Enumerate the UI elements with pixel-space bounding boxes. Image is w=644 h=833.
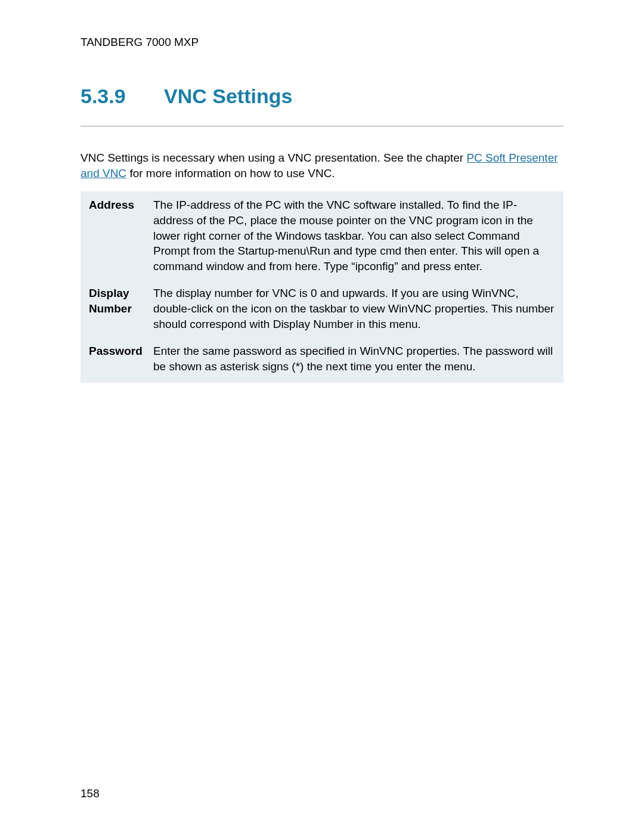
table-row: Display Number The display number for VN… bbox=[89, 286, 555, 332]
row-desc-display-number: The display number for VNC is 0 and upwa… bbox=[153, 286, 555, 332]
intro-text-after: for more information on how to use VNC. bbox=[126, 167, 335, 179]
running-header: TANDBERG 7000 MXP bbox=[80, 36, 564, 49]
row-label-address: Address bbox=[89, 197, 153, 274]
section-heading: 5.3.9VNC Settings bbox=[80, 85, 564, 108]
row-desc-address: The IP-address of the PC with the VNC so… bbox=[153, 197, 555, 274]
section-title: VNC Settings bbox=[164, 85, 292, 107]
settings-table: Address The IP-address of the PC with th… bbox=[80, 191, 564, 382]
table-row: Address The IP-address of the PC with th… bbox=[89, 197, 555, 274]
page-number: 158 bbox=[80, 787, 100, 800]
section-number: 5.3.9 bbox=[80, 85, 164, 108]
section-divider bbox=[80, 126, 564, 126]
row-label-password: Password bbox=[89, 343, 153, 374]
row-desc-password: Enter the same password as specified in … bbox=[153, 343, 555, 374]
table-row: Password Enter the same password as spec… bbox=[89, 343, 555, 374]
document-page: TANDBERG 7000 MXP 5.3.9VNC Settings VNC … bbox=[0, 0, 644, 833]
intro-paragraph: VNC Settings is necessary when using a V… bbox=[80, 150, 564, 181]
row-label-display-number: Display Number bbox=[89, 286, 153, 332]
intro-text-before: VNC Settings is necessary when using a V… bbox=[80, 151, 466, 164]
